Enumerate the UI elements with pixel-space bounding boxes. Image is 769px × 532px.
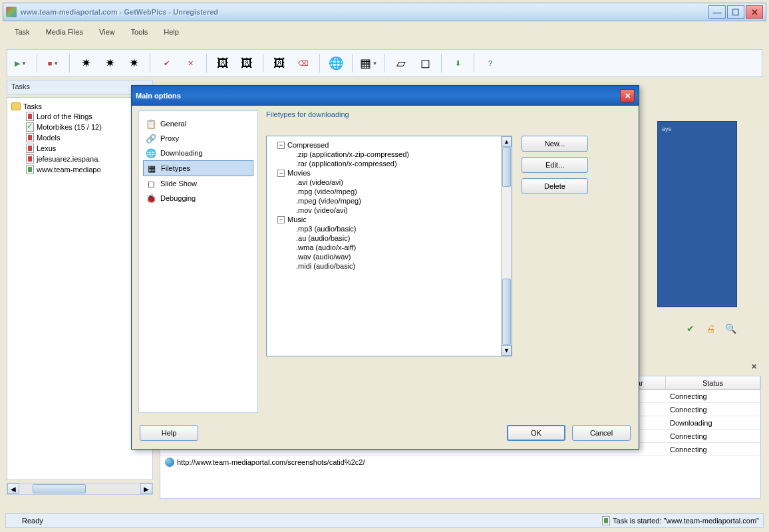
options-dialog: Main options ✕ 📋General 🔗Proxy 🌐Download… bbox=[131, 85, 639, 450]
cancel-button[interactable]: Cancel bbox=[572, 425, 631, 441]
image-button[interactable]: 🖼 bbox=[212, 53, 233, 74]
tree-item[interactable]: Motorbikes (15 / 12) bbox=[10, 122, 150, 132]
filetype-category[interactable]: −Music bbox=[269, 215, 497, 224]
ok-button[interactable]: OK bbox=[507, 425, 565, 441]
menu-task[interactable]: Task bbox=[8, 26, 37, 38]
filetype-ext[interactable]: .zip (application/x-zip-compressed) bbox=[269, 150, 497, 159]
menu-tools[interactable]: Tools bbox=[124, 26, 155, 38]
download-button[interactable]: ⬇ bbox=[447, 53, 468, 74]
presentation-button[interactable]: ◻ bbox=[414, 53, 436, 74]
filetype-category[interactable]: −Compressed bbox=[269, 140, 497, 150]
help-button[interactable]: Help bbox=[140, 425, 198, 441]
file-icon bbox=[26, 112, 34, 121]
check-icon[interactable]: ✔ bbox=[684, 322, 697, 335]
tree-item[interactable]: Models bbox=[10, 132, 150, 143]
general-icon: 📋 bbox=[146, 118, 156, 129]
zoom-icon[interactable]: 🔍 bbox=[724, 322, 737, 335]
img-delete-button[interactable]: ⌫ bbox=[293, 53, 314, 74]
expander-icon[interactable]: − bbox=[277, 170, 285, 177]
scroll-down-button[interactable]: ▼ bbox=[502, 345, 512, 356]
delete-button[interactable]: Delete bbox=[522, 178, 588, 194]
filetype-ext[interactable]: .midi (audio/basic) bbox=[269, 261, 497, 271]
globe-button[interactable]: 🌐 bbox=[325, 53, 347, 74]
dialog-side-buttons: New... Edit... Delete bbox=[522, 136, 588, 356]
scroll-left-button[interactable]: ◀ bbox=[7, 483, 19, 494]
sidebar-item-downloading[interactable]: 🌐Downloading bbox=[143, 146, 253, 160]
separator-icon bbox=[69, 54, 70, 72]
stop-button[interactable]: ■▼ bbox=[43, 53, 64, 74]
grid-button[interactable]: ▦▼ bbox=[358, 53, 379, 74]
scroll-thumb-2[interactable] bbox=[502, 279, 511, 345]
sidebar-item-slideshow[interactable]: ◻Slide Show bbox=[143, 176, 253, 191]
image2-button[interactable]: 🖼 bbox=[236, 53, 257, 74]
app-icon bbox=[10, 516, 19, 525]
sidebar-item-debugging[interactable]: 🐞Debugging bbox=[143, 191, 253, 205]
col-status[interactable]: Status bbox=[666, 376, 760, 389]
dialog-footer: Help OK Cancel bbox=[140, 425, 631, 441]
file-icon bbox=[26, 133, 34, 142]
filetype-ext[interactable]: .wma (audio/x-aiff) bbox=[269, 243, 497, 252]
help-button[interactable]: ? bbox=[480, 53, 501, 74]
scroll-thumb[interactable] bbox=[502, 147, 511, 187]
separator-icon bbox=[263, 54, 263, 72]
tree-item[interactable]: Lord of the Rings bbox=[10, 111, 150, 122]
file-icon bbox=[26, 165, 34, 174]
tree-root-label: Tasks bbox=[23, 102, 42, 110]
task-icon bbox=[602, 516, 610, 525]
dialog-titlebar: Main options ✕ bbox=[132, 86, 639, 106]
debug-icon: 🐞 bbox=[146, 193, 156, 203]
print-icon[interactable]: 🖨 bbox=[704, 322, 717, 335]
window-title: www.team-mediaportal.com - GetWebPics - … bbox=[21, 8, 708, 16]
file-icon bbox=[26, 122, 34, 132]
main-titlebar: www.team-mediaportal.com - GetWebPics - … bbox=[3, 3, 766, 21]
expander-icon[interactable]: − bbox=[277, 216, 285, 223]
tree-item[interactable]: jefesuarez.iespana. bbox=[10, 154, 150, 164]
filetype-ext[interactable]: .mp3 (audio/basic) bbox=[269, 224, 497, 233]
filetype-ext[interactable]: .au (audio/basic) bbox=[269, 233, 497, 243]
sidebar-item-proxy[interactable]: 🔗Proxy bbox=[143, 131, 253, 146]
img-check-button[interactable]: 🖼 bbox=[269, 53, 290, 74]
new-task3-button[interactable]: ✷ bbox=[123, 53, 144, 74]
filetype-ext[interactable]: .mpg (video/mpeg) bbox=[269, 187, 497, 196]
preview-panel: ays bbox=[657, 121, 737, 307]
section-title: Filetypes for downloading bbox=[266, 110, 632, 118]
new-task2-button[interactable]: ✷ bbox=[99, 53, 120, 74]
close-button[interactable]: ✕ bbox=[746, 5, 763, 19]
edit-button[interactable]: Edit... bbox=[522, 157, 588, 173]
url-row: http://www.team-mediaportal.com/screensh… bbox=[165, 458, 365, 467]
menu-mediafiles[interactable]: Media Files bbox=[39, 26, 90, 38]
filetype-ext[interactable]: .mov (video/avi) bbox=[269, 205, 497, 215]
new-button[interactable]: New... bbox=[522, 136, 588, 152]
slideshow-button[interactable]: ▱ bbox=[390, 53, 412, 74]
tasks-scrollbar: ◀ ▶ bbox=[7, 483, 153, 495]
close-pane-button[interactable]: ✕ bbox=[748, 360, 760, 372]
play-button[interactable]: ▶▼ bbox=[10, 53, 31, 74]
filetype-ext[interactable]: .rar (application/x-compressed) bbox=[269, 159, 497, 168]
filetype-ext[interactable]: .avi (video/avi) bbox=[269, 178, 497, 187]
sidebar-item-filetypes[interactable]: ▦Filetypes bbox=[143, 160, 253, 176]
status-ready: Ready bbox=[22, 517, 43, 525]
filetypes-icon: ▦ bbox=[146, 163, 157, 174]
filetype-ext[interactable]: .wav (audio/wav) bbox=[269, 252, 497, 261]
menu-view[interactable]: View bbox=[92, 26, 122, 38]
preview-toolbar: ✔ 🖨 🔍 bbox=[684, 319, 737, 338]
dialog-close-button[interactable]: ✕ bbox=[620, 89, 635, 102]
separator-icon bbox=[474, 54, 474, 72]
delete-button[interactable]: ✕ bbox=[180, 53, 201, 74]
filetype-category[interactable]: −Movies bbox=[269, 168, 497, 178]
scroll-thumb[interactable] bbox=[33, 484, 86, 493]
tree-root[interactable]: Tasks bbox=[10, 102, 150, 111]
scroll-right-button[interactable]: ▶ bbox=[140, 483, 152, 494]
new-task-button[interactable]: ✷ bbox=[75, 53, 96, 74]
scroll-up-button[interactable]: ▲ bbox=[502, 136, 512, 147]
filetype-ext[interactable]: .mpeg (video/mpeg) bbox=[269, 196, 497, 205]
sidebar-item-general[interactable]: 📋General bbox=[143, 116, 253, 131]
tree-item[interactable]: Lexus bbox=[10, 143, 150, 154]
expander-icon[interactable]: − bbox=[277, 142, 285, 149]
tree-item[interactable]: www.team-mediapo bbox=[10, 164, 150, 175]
minimize-button[interactable]: — bbox=[708, 5, 726, 19]
separator-icon bbox=[319, 54, 320, 72]
maximize-button[interactable]: ☐ bbox=[727, 5, 744, 19]
menu-help[interactable]: Help bbox=[157, 26, 186, 38]
check-button[interactable]: ✔ bbox=[156, 53, 177, 74]
